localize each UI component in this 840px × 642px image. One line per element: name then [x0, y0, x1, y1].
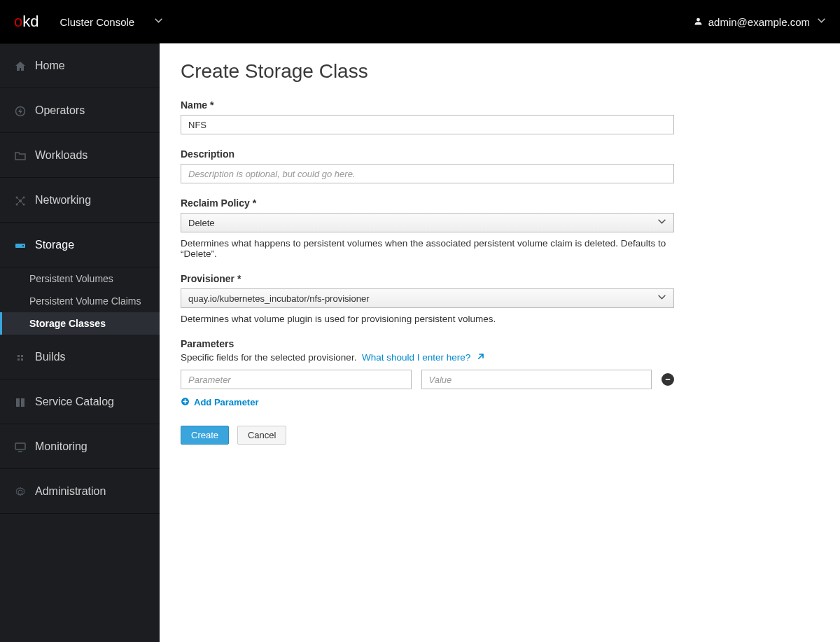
- sidebar-label: Service Catalog: [35, 396, 114, 408]
- provisioner-value: quay.io/kubernetes_incubator/nfs-provisi…: [188, 293, 369, 304]
- sidebar-sublabel: Storage Classes: [29, 318, 106, 329]
- parameter-row: [181, 370, 674, 389]
- book-icon: [13, 395, 28, 407]
- user-menu[interactable]: admin@example.com: [694, 16, 826, 28]
- topbar: okd Cluster Console admin@example.com: [0, 0, 840, 43]
- brand-logo: okd: [14, 13, 39, 31]
- reclaim-select[interactable]: Delete: [181, 213, 674, 232]
- home-icon: [13, 60, 28, 72]
- plus-circle-icon: [181, 397, 190, 407]
- sidebar-item-networking[interactable]: Networking: [0, 178, 160, 223]
- name-label: Name *: [181, 99, 674, 111]
- sidebar-label: Administration: [35, 485, 106, 498]
- chevron-down-icon: [657, 293, 666, 304]
- brand-suffix: kd: [22, 13, 38, 30]
- console-switcher-label: Cluster Console: [60, 16, 135, 28]
- field-parameters: Parameters Specific fields for the selec…: [181, 338, 674, 407]
- description-label: Description: [181, 148, 674, 160]
- chevron-down-icon: [657, 218, 666, 228]
- svg-point-7: [22, 245, 24, 246]
- sidebar-label: Builds: [35, 351, 66, 363]
- console-switcher[interactable]: Cluster Console: [60, 16, 164, 28]
- sidebar-label: Storage: [35, 239, 74, 251]
- reclaim-label: Reclaim Policy *: [181, 197, 674, 209]
- field-reclaim-policy: Reclaim Policy * Delete Determines what …: [181, 197, 674, 259]
- parameters-help-link[interactable]: What should I enter here?: [362, 352, 485, 363]
- field-provisioner: Provisioner * quay.io/kubernetes_incubat…: [181, 273, 674, 324]
- gear-icon: [13, 484, 28, 497]
- cubes-icon: [13, 350, 28, 363]
- reclaim-value: Delete: [188, 218, 215, 228]
- sidebar-label: Operators: [35, 104, 85, 117]
- sidebar-label: Networking: [35, 194, 91, 207]
- sidebar-item-workloads[interactable]: Workloads: [0, 133, 160, 178]
- provisioner-help: Determines what volume plugin is used fo…: [181, 314, 674, 324]
- sidebar-item-storage[interactable]: Storage: [0, 223, 160, 267]
- parameters-label: Parameters: [181, 338, 674, 349]
- cancel-button[interactable]: Cancel: [237, 426, 286, 445]
- button-row: Create Cancel: [181, 426, 819, 445]
- parameters-desc: Specific fields for the selected provisi…: [181, 352, 674, 363]
- sidebar-item-administration[interactable]: Administration: [0, 469, 160, 514]
- hdd-icon: [13, 238, 28, 251]
- network-icon: [13, 193, 28, 206]
- sidebar-item-monitoring[interactable]: Monitoring: [0, 424, 160, 469]
- svg-rect-9: [666, 379, 670, 380]
- sidebar-subnav-storage: Persistent Volumes Persistent Volume Cla…: [0, 267, 160, 335]
- field-description: Description: [181, 148, 674, 183]
- parameter-value-input[interactable]: [421, 370, 652, 389]
- remove-parameter-icon[interactable]: [662, 373, 674, 386]
- chevron-down-icon: [817, 17, 826, 27]
- sidebar-item-service-catalog[interactable]: Service Catalog: [0, 379, 160, 424]
- sidebar-item-home[interactable]: Home: [0, 43, 160, 88]
- sidebar-label: Workloads: [35, 149, 88, 162]
- user-label: admin@example.com: [708, 16, 810, 28]
- external-link-icon: [476, 354, 485, 362]
- brand-prefix: o: [14, 13, 22, 30]
- bolt-icon: [13, 104, 28, 116]
- create-button[interactable]: Create: [181, 426, 229, 445]
- provisioner-select[interactable]: quay.io/kubernetes_incubator/nfs-provisi…: [181, 288, 674, 308]
- user-icon: [694, 16, 703, 27]
- sidebar-subitem-persistent-volumes[interactable]: Persistent Volumes: [0, 267, 160, 290]
- sidebar: Home Operators Workloads Networking Stor…: [0, 43, 160, 642]
- add-parameter-button[interactable]: Add Parameter: [181, 397, 258, 407]
- sidebar-subitem-persistent-volume-claims[interactable]: Persistent Volume Claims: [0, 290, 160, 312]
- svg-rect-8: [15, 443, 25, 449]
- reclaim-help: Determines what happens to persistent vo…: [181, 238, 674, 259]
- field-name: Name *: [181, 99, 674, 134]
- sidebar-sublabel: Persistent Volumes: [29, 273, 113, 284]
- sidebar-subitem-storage-classes[interactable]: Storage Classes: [0, 312, 160, 335]
- page-title: Create Storage Class: [181, 60, 819, 83]
- sidebar-sublabel: Persistent Volume Claims: [29, 295, 141, 307]
- name-input[interactable]: [181, 115, 674, 134]
- sidebar-label: Monitoring: [35, 440, 88, 453]
- monitor-icon: [13, 440, 28, 452]
- parameter-key-input[interactable]: [181, 370, 412, 389]
- folder-icon: [13, 148, 28, 161]
- chevron-down-icon: [154, 17, 163, 27]
- provisioner-label: Provisioner *: [181, 273, 674, 284]
- sidebar-label: Home: [35, 60, 65, 72]
- main-content: Create Storage Class Name * Description …: [160, 43, 840, 642]
- sidebar-item-operators[interactable]: Operators: [0, 88, 160, 133]
- description-input[interactable]: [181, 164, 674, 183]
- add-parameter-label: Add Parameter: [194, 397, 258, 407]
- sidebar-item-builds[interactable]: Builds: [0, 335, 160, 379]
